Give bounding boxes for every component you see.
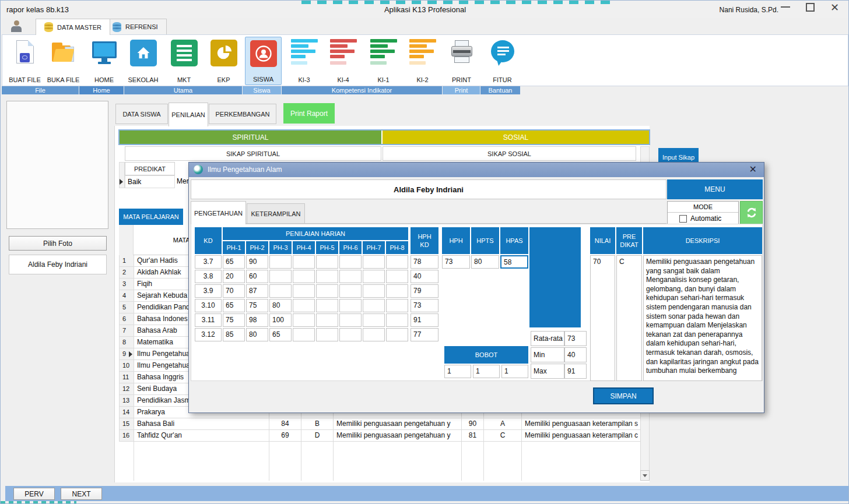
maximize-icon[interactable]: [806, 3, 815, 12]
automatic-checkbox[interactable]: [679, 215, 687, 223]
ribbon-tab-data-master[interactable]: DATA MASTER: [36, 19, 110, 35]
ribbon-button-ki2[interactable]: KI-2: [404, 37, 441, 85]
stat-value[interactable]: 40: [564, 347, 587, 362]
ph-score-cell[interactable]: [339, 328, 362, 341]
ph-score-cell[interactable]: [269, 284, 292, 298]
ribbon-button-siswa[interactable]: SISWA: [245, 37, 282, 85]
ph-score-cell[interactable]: [293, 313, 315, 327]
bobot-value[interactable]: 1: [444, 365, 471, 378]
close-icon[interactable]: ✕: [830, 2, 839, 13]
ph-score-cell[interactable]: [293, 328, 315, 341]
hpas-value[interactable]: 58: [500, 255, 528, 269]
ribbon-button-sekolah[interactable]: SEKOLAH: [125, 37, 162, 85]
ph-score-cell[interactable]: [363, 284, 385, 298]
ph-score-cell[interactable]: 75: [246, 299, 268, 312]
table-row[interactable]: 15Bahasa Bali84BMemiliki penguasaan peng…: [120, 418, 640, 430]
hph-kd-value-cell[interactable]: 78: [411, 255, 438, 269]
ph-score-cell[interactable]: 85: [223, 328, 245, 341]
ph-score-cell[interactable]: 80: [269, 299, 292, 312]
ph-score-cell[interactable]: [386, 313, 408, 327]
refresh-button[interactable]: [740, 201, 763, 224]
ph-score-cell[interactable]: [293, 299, 315, 312]
menu-button[interactable]: MENU: [667, 179, 763, 199]
ph-score-cell[interactable]: 65: [269, 328, 292, 341]
tab-perkembangan[interactable]: PERKEMBANGAN: [209, 104, 276, 124]
simpan-button[interactable]: SIMPAN: [593, 387, 654, 404]
ph-score-cell[interactable]: [363, 255, 385, 269]
ph-score-cell[interactable]: 20: [223, 270, 245, 283]
ribbon-button-ki3[interactable]: KI-3: [286, 37, 322, 85]
ph-score-cell[interactable]: [316, 270, 338, 283]
ribbon-button-ki4[interactable]: KI-4: [325, 37, 362, 85]
next-button[interactable]: NEXT: [61, 488, 102, 500]
hph-kd-value-cell[interactable]: 77: [411, 328, 438, 341]
ph-score-cell[interactable]: 60: [246, 270, 268, 283]
ph-score-cell[interactable]: 90: [246, 255, 268, 269]
ribbon-button-fitur[interactable]: FITUR: [484, 37, 521, 85]
table-row[interactable]: 16Tahfidz Qur'an69DMemiliki penguasaan p…: [120, 430, 640, 442]
print-raport-button[interactable]: Print Raport: [283, 103, 335, 124]
ph-score-cell[interactable]: [316, 255, 338, 269]
ph-score-cell[interactable]: [339, 299, 362, 312]
tab-penilaian[interactable]: PENILAIAN: [169, 103, 208, 126]
stat-value[interactable]: 91: [564, 364, 587, 379]
ph-score-cell[interactable]: 75: [223, 313, 245, 327]
ph-score-cell[interactable]: 87: [246, 284, 268, 298]
nilai-value[interactable]: 70: [590, 255, 615, 381]
ph-score-cell[interactable]: [363, 299, 385, 312]
ph-score-cell[interactable]: [386, 284, 408, 298]
stat-value[interactable]: 73: [564, 331, 587, 346]
ph-score-cell[interactable]: [363, 328, 385, 341]
ph-score-cell[interactable]: 100: [269, 313, 292, 327]
dialog-titlebar[interactable]: Ilmu Pengetahuan Alam ✕: [189, 163, 764, 177]
ph-score-cell[interactable]: [316, 328, 338, 341]
ph-score-cell[interactable]: [339, 255, 362, 269]
ph-score-cell[interactable]: 80: [246, 328, 268, 341]
tab-data-siswa[interactable]: DATA SISWA: [115, 104, 168, 124]
ph-score-cell[interactable]: [363, 313, 385, 327]
ph-score-cell[interactable]: 65: [223, 299, 245, 312]
ph-score-cell[interactable]: [293, 255, 315, 269]
ribbon-button-ekp[interactable]: EKP: [205, 37, 242, 85]
ph-score-cell[interactable]: [363, 270, 385, 283]
ph-score-cell[interactable]: 70: [223, 284, 245, 298]
ph-score-cell[interactable]: [386, 255, 408, 269]
hph-kd-value-cell[interactable]: 79: [411, 284, 438, 298]
ph-score-cell[interactable]: [339, 313, 362, 327]
tab-pengetahuan[interactable]: PENGETAHUAN: [191, 201, 246, 224]
ph-score-cell[interactable]: [339, 270, 362, 283]
ribbon-button-print[interactable]: PRINT: [443, 37, 480, 85]
ribbon-button-buat-file[interactable]: BUAT FILE: [6, 37, 43, 85]
ph-score-cell[interactable]: [339, 284, 362, 298]
ph-score-cell[interactable]: [316, 313, 338, 327]
ph-score-cell[interactable]: [293, 270, 315, 283]
ph-score-cell[interactable]: [316, 299, 338, 312]
ph-score-cell[interactable]: [386, 270, 408, 283]
bobot-value[interactable]: 1: [473, 365, 500, 378]
perv-button[interactable]: PERV: [13, 488, 55, 500]
predikat-value[interactable]: C: [616, 255, 642, 381]
scrollbar-down-arrow[interactable]: [640, 470, 650, 481]
hph-kd-value-cell[interactable]: 73: [411, 299, 438, 312]
ph-score-cell[interactable]: [386, 328, 408, 341]
ribbon-tab-refrensi[interactable]: REFRENSI: [104, 19, 167, 34]
ribbon-button-home[interactable]: HOME: [86, 37, 122, 85]
ribbon-button-ki1[interactable]: KI-1: [365, 37, 402, 85]
deskripsi-text[interactable]: Memiliki penguasaan pengetahuan yang san…: [643, 255, 762, 381]
ph-score-cell[interactable]: [386, 299, 408, 312]
ribbon-button-mkt[interactable]: MKT: [166, 37, 202, 85]
ph-score-cell[interactable]: [316, 284, 338, 298]
minimize-icon[interactable]: [781, 6, 790, 8]
predikat-value-cell[interactable]: Baik: [125, 175, 175, 188]
hph-value[interactable]: 73: [442, 255, 470, 269]
hph-kd-value-cell[interactable]: 91: [411, 313, 438, 327]
ph-score-cell[interactable]: 65: [223, 255, 245, 269]
pilih-foto-button[interactable]: Pilih Foto: [9, 236, 107, 251]
ph-score-cell[interactable]: [269, 255, 292, 269]
dialog-close-icon[interactable]: ✕: [749, 164, 757, 175]
ph-score-cell[interactable]: 98: [246, 313, 268, 327]
ph-score-cell[interactable]: [269, 270, 292, 283]
hph-kd-value-cell[interactable]: 40: [411, 270, 438, 283]
ribbon-button-buka-file[interactable]: BUKA FILE: [45, 37, 82, 85]
bobot-value[interactable]: 1: [501, 365, 528, 378]
